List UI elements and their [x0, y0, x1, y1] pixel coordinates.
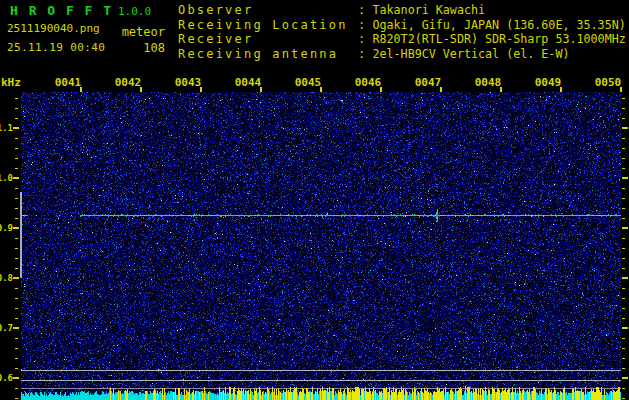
tick-mark: [622, 168, 625, 169]
info-value: R820T2(RTL-SDR) SDR-Sharp 53.1000MHz: [372, 32, 625, 46]
freq-tick-label: 1.1: [0, 123, 13, 134]
freq-tick-label: 0.9: [0, 223, 13, 234]
tick-mark: [622, 277, 628, 279]
tick-mark: [13, 127, 19, 129]
time-tick-label: 0050: [593, 77, 623, 89]
tick-mark: [622, 338, 625, 339]
time-tick-label: 0048: [473, 77, 503, 89]
tick-mark: [15, 138, 18, 139]
tick-mark: [13, 327, 19, 329]
tick-mark: [15, 208, 18, 209]
tick-mark: [15, 248, 18, 249]
tick-mark: [622, 198, 625, 199]
tick-mark: [622, 388, 625, 389]
spectrogram-canvas: [21, 92, 621, 400]
tick-mark: [622, 398, 625, 399]
info-separator: :: [358, 3, 372, 17]
mode-label: meteor: [118, 25, 165, 39]
tick-mark: [15, 358, 18, 359]
info-separator: :: [358, 32, 372, 46]
hrofft-screen: H R O F F T 1.0.0 2511190040.png meteor …: [0, 0, 629, 400]
tick-mark: [13, 277, 19, 279]
tick-mark: [622, 208, 625, 209]
tick-mark: [622, 127, 628, 129]
freq-range-marker-bar: [20, 192, 22, 278]
tick-mark: [622, 158, 625, 159]
time-tick-label: 0046: [353, 77, 383, 89]
info-label: Receiving Location: [178, 18, 358, 33]
info-label: Observer: [178, 3, 358, 18]
timestamp: 25.11.19 00:40: [7, 41, 105, 54]
info-row: Receiver: R820T2(RTL-SDR) SDR-Sharp 53.1…: [178, 32, 626, 47]
tick-mark: [15, 308, 18, 309]
tick-mark: [13, 177, 19, 179]
tick-mark: [622, 108, 625, 109]
tick-mark: [622, 377, 628, 379]
output-filename: 2511190040.png: [7, 22, 100, 35]
info-value: 2el-HB9CV Vertical (el. E-W): [372, 47, 569, 61]
tick-mark: [15, 318, 18, 319]
tick-mark: [622, 227, 628, 229]
info-row: Receiving Location: Ogaki, Gifu, JAPAN (…: [178, 18, 626, 33]
freq-tick-label: 0.7: [0, 323, 13, 334]
tick-mark: [15, 158, 18, 159]
tick-mark: [622, 358, 625, 359]
tick-mark: [15, 198, 18, 199]
y-axis-unit-label: kHz: [1, 76, 21, 89]
info-row: Observer: Takanori Kawachi: [178, 3, 626, 18]
freq-tick-label: 0.8: [0, 273, 13, 284]
tick-mark: [15, 218, 18, 219]
app-title: H R O F F T: [10, 3, 113, 18]
tick-mark: [15, 108, 18, 109]
freq-tick-label: 1.0: [0, 173, 13, 184]
freq-tick-label: 0.6: [0, 373, 13, 384]
tick-mark: [622, 268, 625, 269]
tick-mark: [15, 288, 18, 289]
tick-mark: [622, 148, 625, 149]
tick-mark: [15, 148, 18, 149]
tick-mark: [13, 377, 19, 379]
time-tick-label: 0043: [173, 77, 203, 89]
tick-mark: [622, 327, 628, 329]
info-value: Ogaki, Gifu, JAPAN (136.60E, 35.35N): [372, 18, 625, 32]
echo-count: 108: [118, 41, 165, 55]
tick-mark: [15, 298, 18, 299]
tick-mark: [15, 348, 18, 349]
info-value: Takanori Kawachi: [372, 3, 485, 17]
tick-mark: [15, 168, 18, 169]
info-label: Receiving antenna: [178, 47, 358, 62]
tick-mark: [622, 308, 625, 309]
tick-mark: [15, 258, 18, 259]
tick-mark: [622, 177, 628, 179]
app-version: 1.0.0: [118, 5, 151, 18]
info-separator: :: [358, 18, 372, 32]
tick-mark: [15, 188, 18, 189]
time-tick-label: 0042: [113, 77, 143, 89]
tick-mark: [15, 398, 18, 399]
tick-mark: [622, 138, 625, 139]
tick-mark: [15, 268, 18, 269]
info-row: Receiving antenna: 2el-HB9CV Vertical (e…: [178, 47, 626, 62]
tick-mark: [15, 118, 18, 119]
tick-mark: [622, 288, 625, 289]
tick-mark: [622, 98, 625, 99]
tick-mark: [15, 238, 18, 239]
info-label: Receiver: [178, 32, 358, 47]
observer-info-block: Observer: Takanori KawachiReceiving Loca…: [178, 3, 626, 61]
tick-mark: [622, 218, 625, 219]
tick-mark: [15, 368, 18, 369]
time-tick-label: 0041: [53, 77, 83, 89]
tick-mark: [622, 318, 625, 319]
tick-mark: [622, 118, 625, 119]
tick-mark: [15, 338, 18, 339]
tick-mark: [622, 238, 625, 239]
time-tick-label: 0045: [293, 77, 323, 89]
info-separator: :: [358, 47, 372, 61]
time-tick-label: 0044: [233, 77, 263, 89]
time-tick-label: 0049: [533, 77, 563, 89]
tick-mark: [622, 348, 625, 349]
tick-mark: [15, 388, 18, 389]
tick-mark: [622, 298, 625, 299]
time-tick-label: 0047: [413, 77, 443, 89]
tick-mark: [622, 368, 625, 369]
